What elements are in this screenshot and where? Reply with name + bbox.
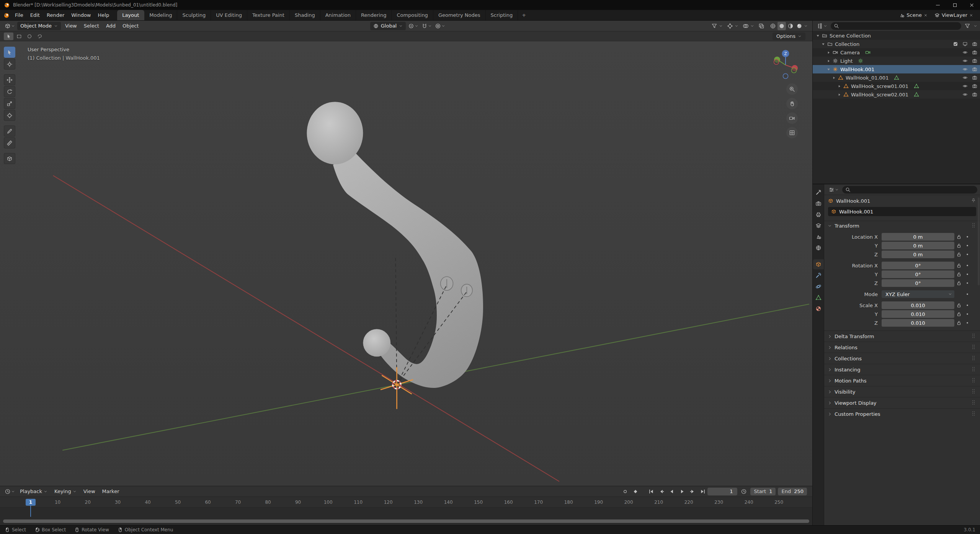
expander[interactable] xyxy=(836,84,842,88)
play-button[interactable] xyxy=(677,487,687,496)
keying-set-button[interactable] xyxy=(630,487,640,496)
minimize-button[interactable] xyxy=(929,0,946,10)
camera-render-icon[interactable] xyxy=(972,67,977,72)
tool-scale[interactable] xyxy=(4,98,15,109)
properties-editor-type-selector[interactable] xyxy=(827,187,840,193)
panel-delta-transform[interactable]: Delta Transform xyxy=(824,330,980,342)
expander[interactable] xyxy=(826,50,831,55)
properties-tab-physics[interactable] xyxy=(813,282,824,291)
timeline-menu-keying[interactable]: Keying xyxy=(51,488,80,494)
panel-viewport-display[interactable]: Viewport Display xyxy=(824,397,980,408)
transform-field-y[interactable]: 0° xyxy=(882,270,954,278)
viewport-shading-wire-button[interactable] xyxy=(769,22,777,30)
properties-tab-scene[interactable] xyxy=(813,232,824,242)
select-mode-tweak[interactable] xyxy=(4,33,13,40)
panel-custom-properties[interactable]: Custom Properties xyxy=(824,408,980,419)
proportional-editing[interactable] xyxy=(433,23,447,29)
panel-collections[interactable]: Collections xyxy=(824,353,980,364)
workspace-tab-uv-editing[interactable]: UV Editing xyxy=(211,10,247,20)
viewport-3d[interactable]: User Perspective (1) Collection | WallHo… xyxy=(0,41,812,486)
anim-dot-icon[interactable] xyxy=(965,243,970,248)
properties-tab-view-layer[interactable] xyxy=(813,221,824,231)
camera-render-icon[interactable] xyxy=(972,50,977,55)
chevron-down-icon[interactable] xyxy=(973,24,977,28)
playhead-frame-badge[interactable]: 1 xyxy=(26,499,36,506)
viewport-hand-button[interactable] xyxy=(786,98,798,109)
outliner-row-wallhook-screw01-001[interactable]: WallHook_screw01.001 xyxy=(813,82,980,90)
viewport-camera-view-button[interactable] xyxy=(786,112,798,124)
lock-open-icon[interactable] xyxy=(956,243,962,248)
viewport-shading-material-button[interactable] xyxy=(786,22,795,30)
camera-render-icon[interactable] xyxy=(972,92,977,97)
tool-cursor[interactable] xyxy=(4,59,15,70)
auto-keying-toggle[interactable] xyxy=(620,487,630,496)
lock-open-icon[interactable] xyxy=(956,252,962,257)
properties-tab-modifiers[interactable] xyxy=(813,270,824,280)
tool-select-box[interactable] xyxy=(4,47,15,58)
anim-dot-icon[interactable] xyxy=(965,320,970,326)
properties-tab-render[interactable] xyxy=(813,199,824,208)
preview-range-toggle[interactable] xyxy=(740,487,748,496)
transform-field-location-x[interactable]: 0 m xyxy=(882,233,954,241)
expander[interactable] xyxy=(820,42,826,46)
transform-orientation-dropdown[interactable]: Global xyxy=(370,22,406,30)
workspace-tab-animation[interactable]: Animation xyxy=(320,10,356,20)
outliner-filter-button[interactable] xyxy=(963,22,972,30)
end-frame-field[interactable]: End 250 xyxy=(778,488,807,495)
view-layer-selector[interactable]: ViewLayer xyxy=(932,11,975,19)
expander[interactable] xyxy=(826,67,831,72)
viewport-shading-solid-button[interactable] xyxy=(777,22,786,30)
gizmos-gizmo-icon-button[interactable] xyxy=(726,22,734,30)
outliner-row-wallhook-screw02-001[interactable]: WallHook_screw02.001 xyxy=(813,90,980,99)
expander[interactable] xyxy=(826,59,831,63)
properties-scrollbar[interactable] xyxy=(978,197,980,285)
playhead-line[interactable] xyxy=(30,506,31,517)
lock-open-icon[interactable] xyxy=(956,303,962,308)
transform-field-z[interactable]: 0 m xyxy=(882,251,954,258)
key-prev-button[interactable] xyxy=(657,487,666,496)
options-dropdown[interactable]: Options xyxy=(773,33,805,40)
chevron-down-icon[interactable] xyxy=(719,24,723,28)
lock-open-icon[interactable] xyxy=(956,320,962,326)
chevron-down-icon[interactable] xyxy=(804,24,808,28)
timeline-menu-playback[interactable]: Playback xyxy=(16,488,51,494)
jump-last-button[interactable] xyxy=(698,487,707,496)
snap[interactable] xyxy=(420,23,433,29)
object-type-visibility-funnel-button[interactable] xyxy=(710,22,719,30)
tool-rotate[interactable] xyxy=(4,86,15,97)
add-workspace-button[interactable]: + xyxy=(518,10,530,20)
workspace-tab-rendering[interactable]: Rendering xyxy=(356,10,392,20)
transform-field-z[interactable]: 0.010 xyxy=(882,319,954,327)
eye-icon[interactable] xyxy=(962,83,968,89)
viewport-magnifier-plus-button[interactable] xyxy=(786,83,798,95)
properties-tab-object-data[interactable] xyxy=(813,293,824,303)
panel-relations[interactable]: Relations xyxy=(824,342,980,353)
panel-visibility[interactable]: Visibility xyxy=(824,386,980,397)
timeline-scrollbar-thumb[interactable] xyxy=(3,519,809,523)
tool-annotate[interactable] xyxy=(4,125,15,137)
navigation-gizmo[interactable]: Z xyxy=(769,48,802,80)
breadcrumb-object-name[interactable]: WallHook.001 xyxy=(836,198,870,204)
workspace-tab-scripting[interactable]: Scripting xyxy=(486,10,518,20)
unlink-scene-icon[interactable] xyxy=(924,13,928,17)
properties-search[interactable] xyxy=(842,186,977,194)
properties-tab-material[interactable] xyxy=(813,304,824,314)
menu-help[interactable]: Help xyxy=(95,10,113,20)
outliner-row-wallhook-001[interactable]: WallHook.001 xyxy=(813,65,980,73)
chevron-down-icon[interactable] xyxy=(750,24,754,28)
timeline-menu-marker[interactable]: Marker xyxy=(99,488,123,494)
timeline-tracks[interactable] xyxy=(0,508,812,517)
eye-icon[interactable] xyxy=(962,75,968,80)
tool-transform[interactable] xyxy=(4,110,15,121)
panel-instancing[interactable]: Instancing xyxy=(824,364,980,375)
select-mode-select-box[interactable] xyxy=(14,33,24,40)
camera-render-icon[interactable] xyxy=(972,83,977,89)
toggle-xray-xray-icon-button[interactable] xyxy=(757,22,766,30)
outliner-editor-type-selector[interactable] xyxy=(815,23,829,29)
workspace-tab-modeling[interactable]: Modeling xyxy=(144,10,177,20)
screen-icon[interactable] xyxy=(962,41,968,47)
anim-dot-icon[interactable] xyxy=(965,263,970,268)
gizmo-neg-x-axis[interactable] xyxy=(774,60,779,65)
maximize-button[interactable] xyxy=(946,0,963,10)
eye-icon[interactable] xyxy=(962,92,968,97)
